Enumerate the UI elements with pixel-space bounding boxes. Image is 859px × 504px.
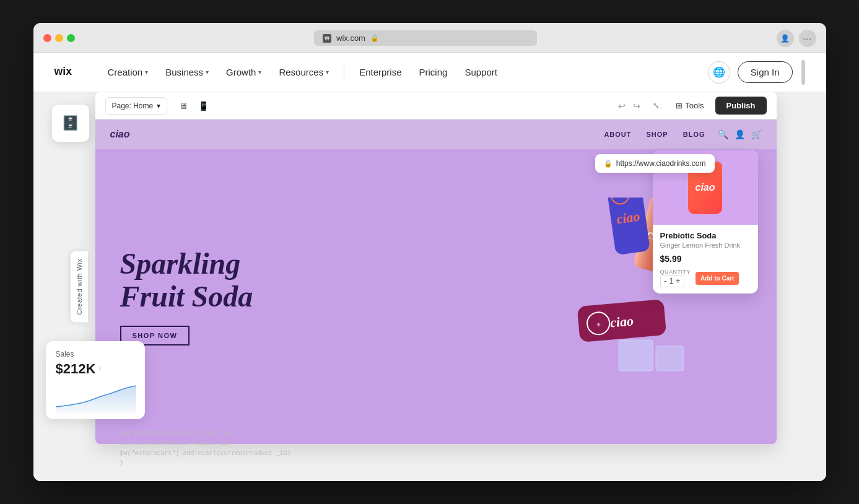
chevron-down-icon: ▾ xyxy=(157,102,160,110)
nav-creation[interactable]: Creation ▾ xyxy=(100,62,156,82)
created-with-wix-wrapper: Created with Wix xyxy=(71,251,88,322)
lock-icon: 🔒 xyxy=(370,34,379,42)
sales-label: Sales xyxy=(56,350,135,358)
browser-chrome: W wix.com 🔒 👤 ··· xyxy=(33,23,826,53)
browser-actions: 👤 ··· xyxy=(777,30,816,47)
nav-divider xyxy=(344,65,344,80)
site-shop-link[interactable]: SHOP xyxy=(647,131,668,138)
nav-right: 🌐 Sign In xyxy=(708,60,806,85)
quantity-control[interactable]: - 1 + xyxy=(660,275,685,287)
svg-text:wix: wix xyxy=(53,64,72,77)
scroll-indicator xyxy=(801,60,805,85)
nav-support[interactable]: Support xyxy=(457,62,505,82)
undo-redo: ↩ ↪ xyxy=(616,98,643,113)
code-snippet: $w("#AddToCartButton").onClick( let curr… xyxy=(120,429,291,469)
traffic-lights xyxy=(43,34,75,42)
cart-icon[interactable]: 🛒 xyxy=(751,129,762,139)
svg-text:✳: ✳ xyxy=(595,321,601,328)
code-line-2: let currentProduct = await $w xyxy=(120,439,291,449)
nav-enterprise[interactable]: Enterprise xyxy=(352,62,409,82)
svg-text:ciao: ciao xyxy=(615,208,640,227)
page-selector[interactable]: Page: Home ▾ xyxy=(105,97,168,115)
url-tooltip: 🔒 https://www.ciaodrinks.com xyxy=(595,154,715,173)
add-to-cart-button[interactable]: Add to Cart xyxy=(695,272,739,285)
address-bar[interactable]: W wix.com 🔒 xyxy=(314,30,537,46)
sales-widget: Sales $212K ↑ xyxy=(46,341,145,419)
maximize-button[interactable] xyxy=(67,34,75,42)
sales-chart xyxy=(56,382,135,413)
chevron-down-icon: ▾ xyxy=(145,69,148,76)
created-with-wix-label: Created with Wix xyxy=(71,251,88,322)
nav-links: Creation ▾ Business ▾ Growth ▾ Resources… xyxy=(100,62,708,82)
product-info: Prebiotic Soda Ginger Lemon Fresh Drink … xyxy=(653,225,758,293)
editor-toolbar: Page: Home ▾ 🖥 📱 ↩ ↪ ⤡ xyxy=(95,92,777,119)
tools-label: Tools xyxy=(685,101,704,110)
url-lock-icon: 🔒 xyxy=(604,160,613,168)
search-icon[interactable]: 🔍 xyxy=(718,129,728,139)
hero-text: Sparkling Fruit Soda SHOP NOW xyxy=(120,248,253,345)
hero-title: Sparkling Fruit Soda xyxy=(120,248,253,313)
chevron-down-icon: ▾ xyxy=(206,69,209,76)
user-icon[interactable]: 👤 xyxy=(777,30,794,47)
fullscreen-button[interactable]: ⤡ xyxy=(648,98,665,113)
quantity-plus[interactable]: + xyxy=(676,277,680,285)
code-line-1: $w("#AddToCartButton").onClick( xyxy=(120,429,291,439)
language-button[interactable]: 🌐 xyxy=(708,61,730,84)
nav-growth[interactable]: Growth ▾ xyxy=(219,62,269,82)
undo-button[interactable]: ↩ xyxy=(616,98,628,113)
url-text: https://www.ciaodrinks.com xyxy=(616,159,706,168)
main-content: 🗄️ Created with Wix Sales $212K ↑ xyxy=(33,92,826,481)
sales-trend-icon: ↑ xyxy=(98,365,102,373)
wix-logo[interactable]: wix xyxy=(53,64,83,81)
mobile-icon[interactable]: 📱 xyxy=(196,98,211,113)
browser-window: W wix.com 🔒 👤 ··· wix Creation ▾ xyxy=(33,23,826,481)
website-preview: ciao ABOUT SHOP BLOG 🔍 👤 🛒 xyxy=(95,119,777,444)
toolbar-right: ↩ ↪ ⤡ ⊞ Tools Publish xyxy=(616,97,766,115)
nav-resources[interactable]: Resources ▾ xyxy=(271,62,336,82)
redo-button[interactable]: ↪ xyxy=(630,98,643,113)
site-nav-links: ABOUT SHOP BLOG xyxy=(142,131,705,138)
website-navbar: ciao ABOUT SHOP BLOG 🔍 👤 🛒 xyxy=(95,119,777,149)
code-line-3: $w("#storeCart").addToCart(currentProduc… xyxy=(120,449,291,459)
quantity-value: 1 xyxy=(669,277,674,285)
minimize-button[interactable] xyxy=(55,34,63,42)
close-button[interactable] xyxy=(43,34,51,42)
page-name: Page: Home xyxy=(112,102,154,110)
favicon: W xyxy=(323,34,331,43)
ellipsis-button[interactable]: ··· xyxy=(799,30,816,47)
desktop-icon[interactable]: 🖥 xyxy=(177,98,191,113)
svg-rect-14 xyxy=(656,346,684,371)
nav-business[interactable]: Business ▾ xyxy=(158,62,216,82)
wix-navigation: wix Creation ▾ Business ▾ Growth ▾ Resou… xyxy=(33,53,826,92)
address-bar-container: W wix.com 🔒 xyxy=(82,30,769,46)
svg-text:ciao: ciao xyxy=(609,313,634,330)
can-brand-text: ciao xyxy=(695,182,715,193)
toolbar-icons: 🖥 📱 xyxy=(177,98,211,113)
site-about-link[interactable]: ABOUT xyxy=(604,131,631,138)
quantity-section: QUANTITY - 1 + xyxy=(660,269,691,287)
site-brand: ciao xyxy=(110,129,130,140)
address-text: wix.com xyxy=(336,33,365,43)
code-line-4: } xyxy=(120,459,291,469)
editor-frame: Page: Home ▾ 🖥 📱 ↩ ↪ ⤡ xyxy=(95,92,777,444)
sales-value: $212K ↑ xyxy=(56,361,135,377)
globe-icon: 🌐 xyxy=(713,66,725,78)
quantity-label: QUANTITY xyxy=(660,269,691,275)
tools-icon: ⊞ xyxy=(676,101,682,110)
database-widget[interactable]: 🗄️ xyxy=(52,105,89,142)
sign-in-button[interactable]: Sign In xyxy=(738,61,793,83)
product-name: Prebiotic Soda xyxy=(660,231,751,240)
site-blog-link[interactable]: BLOG xyxy=(683,131,705,138)
product-cart-row: QUANTITY - 1 + Add to Cart xyxy=(660,269,751,287)
user-icon[interactable]: 👤 xyxy=(735,129,745,139)
nav-pricing[interactable]: Pricing xyxy=(412,62,455,82)
product-subtitle: Ginger Lemon Fresh Drink xyxy=(660,241,751,249)
chevron-down-icon: ▾ xyxy=(258,69,261,76)
svg-rect-13 xyxy=(619,340,653,371)
site-nav-icons: 🔍 👤 🛒 xyxy=(718,129,762,139)
product-price: $5.99 xyxy=(660,254,751,264)
publish-button[interactable]: Publish xyxy=(715,97,767,115)
quantity-minus[interactable]: - xyxy=(665,277,667,285)
tools-button[interactable]: ⊞ Tools xyxy=(669,98,710,113)
svg-rect-6 xyxy=(604,198,650,255)
